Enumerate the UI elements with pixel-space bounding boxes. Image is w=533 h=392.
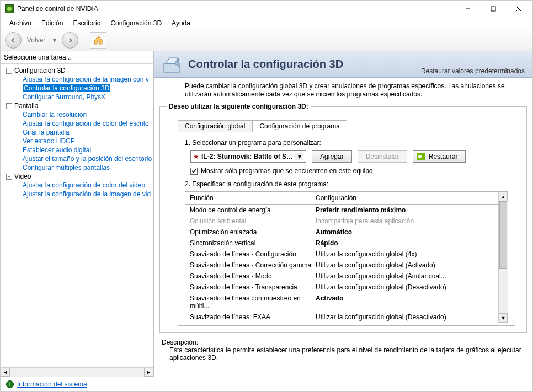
task-tree: –Configuración 3D Ajustar la configuraci…: [1, 64, 153, 367]
minimize-button[interactable]: [455, 1, 481, 17]
titlebar: Panel de control de NVIDIA: [1, 1, 532, 17]
collapse-icon[interactable]: –: [6, 103, 12, 109]
program-select[interactable]: ★ IL-2: Sturmovik: Battle of Stalin... ▾: [190, 150, 306, 163]
tree-item-multi-display[interactable]: Configurar múltiples pantallas: [23, 163, 153, 172]
setting-name: Oclusión ambiental: [190, 217, 316, 225]
table-row[interactable]: Suavizado de líneas: FXAAUtilizar la con…: [185, 312, 498, 323]
setting-name: Suavizado de líneas con muestreo en múlt…: [190, 294, 316, 310]
tab-program[interactable]: Configuración de programa: [252, 120, 347, 132]
tree-item-rotate[interactable]: Girar la pantalla: [23, 128, 153, 137]
setting-value[interactable]: Activado: [316, 294, 494, 310]
setting-value[interactable]: Preferir rendimiento máximo: [316, 206, 494, 214]
tree-item-digital-audio[interactable]: Establecer audio digital: [23, 146, 153, 154]
tree-cat-display[interactable]: –Pantalla: [6, 101, 153, 110]
table-row[interactable]: Suavizado de líneas - Corrección gammaUt…: [185, 260, 498, 271]
table-row[interactable]: Modo de control de energíaPreferir rendi…: [185, 205, 498, 216]
close-button[interactable]: [506, 1, 531, 17]
sidebar-title: Seleccione una tarea...: [1, 51, 153, 64]
setting-value[interactable]: Rápido: [316, 239, 494, 247]
scroll-down-icon[interactable]: ▼: [499, 313, 508, 323]
menu-archivo[interactable]: Archivo: [6, 19, 35, 27]
content-pane: Controlar la configuración 3D Restaurar …: [154, 51, 532, 377]
menu-config-3d[interactable]: Configuración 3D: [107, 19, 165, 27]
program-selected-text: IL-2: Sturmovik: Battle of Stalin...: [201, 153, 295, 160]
setting-value[interactable]: Automático: [316, 228, 494, 236]
back-dropdown-icon[interactable]: ▾: [53, 36, 56, 44]
window-title: Panel de control de NVIDIA: [17, 5, 455, 13]
table-row[interactable]: Oclusión ambientalIncompatible para esta…: [185, 216, 498, 227]
tab-global[interactable]: Configuración global: [178, 120, 252, 132]
sidebar-hscrollbar[interactable]: ◄ ►: [1, 367, 153, 377]
sysinfo-link[interactable]: Información del sistema: [17, 380, 87, 388]
setting-name: Suavizado de líneas - Configuración: [190, 250, 316, 258]
th-config[interactable]: Configuración: [311, 192, 498, 205]
menu-edicion[interactable]: Edición: [38, 19, 66, 27]
setting-value[interactable]: Utilizar la configuración global (Anular…: [316, 272, 494, 280]
tree-cat-3d[interactable]: –Configuración 3D: [6, 66, 153, 75]
footer: i Información del sistema: [1, 377, 532, 391]
back-button[interactable]: [5, 32, 22, 49]
tree-cat-video[interactable]: –Video: [6, 172, 153, 181]
add-button[interactable]: Agregar: [312, 150, 352, 163]
table-row[interactable]: Suavizado de líneas - ConfiguraciónUtili…: [185, 249, 498, 260]
th-function[interactable]: Función: [185, 192, 311, 205]
restore-button[interactable]: Restaurar: [413, 150, 466, 163]
show-only-installed-checkbox[interactable]: Mostrar sólo programas que se encuentren…: [190, 167, 508, 175]
home-button[interactable]: [90, 32, 106, 49]
restore-defaults-link[interactable]: Restaurar valores predeterminados: [421, 67, 525, 75]
setting-value[interactable]: Utilizar la configuración global (4x): [316, 250, 494, 258]
menu-ayuda[interactable]: Ayuda: [168, 19, 194, 27]
table-row[interactable]: Suavizado de líneas - ModoUtilizar la co…: [185, 271, 498, 282]
setting-value[interactable]: Utilizar la configuración global (Desact…: [316, 313, 494, 321]
remove-button: Desinstalar: [358, 150, 407, 163]
checkbox-label: Mostrar sólo programas que se encuentren…: [201, 167, 373, 175]
settings-table: Función Configuración Modo de control de…: [185, 191, 508, 323]
table-row[interactable]: Suavizado de líneas - TransparenciaUtili…: [185, 282, 498, 293]
panel-legend: Deseo utilizar la siguiente configuració…: [167, 103, 311, 110]
setting-name: Suavizado de líneas - Corrección gamma: [190, 261, 316, 269]
scroll-left-icon[interactable]: ◄: [1, 368, 10, 377]
checkbox-icon[interactable]: [190, 168, 198, 175]
tree-item-video-color[interactable]: Ajustar la configuración de color del vi…: [23, 181, 153, 190]
collapse-icon[interactable]: –: [6, 68, 12, 74]
back-label: Volver: [27, 36, 45, 44]
page-header: Controlar la configuración 3D Restaurar …: [154, 51, 532, 78]
description-label: Descripción:: [162, 339, 521, 346]
intro-text: Puede cambiar la configuración global 3D…: [154, 78, 532, 103]
menubar: Archivo Edición Escritorio Configuración…: [1, 17, 532, 29]
svg-point-0: [7, 7, 12, 11]
tree-item-desktop-size[interactable]: Ajustar el tamaño y la posición del escr…: [23, 154, 153, 163]
svg-point-9: [418, 155, 422, 158]
collapse-icon[interactable]: –: [6, 174, 12, 180]
tree-item-video-image[interactable]: Ajustar la configuración de la imagen de…: [23, 190, 153, 198]
tree-item-desktop-color[interactable]: Ajustar la configuración de color del es…: [23, 119, 153, 128]
tree-item-image-settings[interactable]: Ajustar la configuración de la imagen co…: [23, 75, 153, 84]
tree-item-resolution[interactable]: Cambiar la resolución: [23, 110, 153, 119]
tree-item-surround-physx[interactable]: Configurar Surround, PhysX: [23, 93, 153, 101]
table-row[interactable]: Optimización enlazadaAutomático: [185, 227, 498, 238]
setting-value[interactable]: Utilizar la configuración global (Desact…: [316, 283, 494, 291]
scroll-right-icon[interactable]: ►: [144, 368, 153, 377]
scroll-thumb[interactable]: [499, 201, 507, 269]
description-text: Esta característica le permite establece…: [169, 346, 521, 362]
scroll-up-icon[interactable]: ▲: [499, 192, 508, 201]
chevron-down-icon[interactable]: ▾: [295, 153, 303, 160]
forward-button[interactable]: [62, 32, 78, 49]
svg-rect-2: [491, 7, 495, 11]
tabs: Configuración global Configuración de pr…: [178, 120, 521, 132]
scroll-track[interactable]: [10, 368, 144, 377]
table-row[interactable]: Sincronización verticalRápido: [185, 238, 498, 249]
tree-item-manage-3d[interactable]: Controlar la configuración 3D: [23, 84, 153, 93]
tree-item-hdcp[interactable]: Ver estado HDCP: [23, 137, 153, 146]
star-icon: ★: [193, 153, 199, 160]
header-3d-icon: [162, 55, 182, 74]
setting-value[interactable]: Incompatible para esta aplicación: [316, 217, 494, 225]
scroll-track[interactable]: [499, 201, 508, 313]
table-row[interactable]: Suavizado de líneas con muestreo en múlt…: [185, 293, 498, 312]
step1-label: 1. Seleccionar un programa para personal…: [185, 139, 508, 147]
sysinfo-icon: i: [6, 380, 14, 388]
maximize-button[interactable]: [481, 1, 506, 17]
menu-escritorio[interactable]: Escritorio: [70, 19, 104, 27]
table-vscrollbar[interactable]: ▲ ▼: [498, 192, 508, 323]
setting-value[interactable]: Utilizar la configuración global (Activa…: [316, 261, 494, 269]
